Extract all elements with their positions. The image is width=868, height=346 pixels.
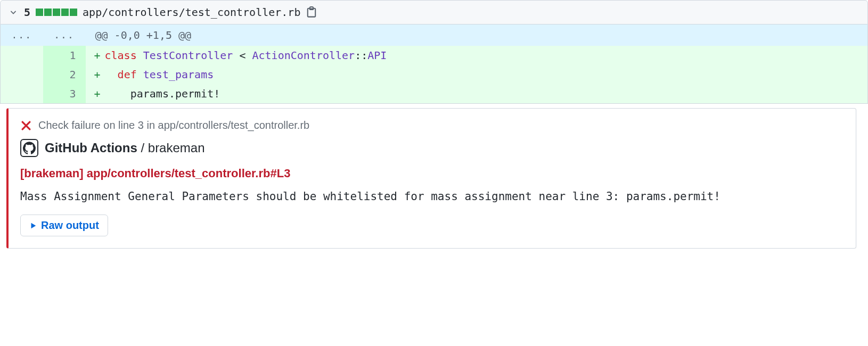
annotation-body: Mass Assignment General Parameters shoul… [20,190,844,203]
diffstat-block [36,9,43,16]
code-token [137,49,143,62]
code-token [105,68,118,81]
expand-hunk-button[interactable]: ... [1,24,43,46]
diff-line-added: 2+ def test_params [1,65,868,84]
expand-hunk-button[interactable]: ... [43,24,86,46]
x-icon [20,120,32,131]
code-token [105,87,130,100]
collapse-toggle[interactable] [8,7,19,18]
line-number-old[interactable] [1,84,43,104]
github-mark-icon [23,142,36,154]
raw-output-label: Raw output [41,219,99,232]
code-cell: + params.permit! [86,84,868,104]
code-token: TestController [143,49,233,62]
diff-line-added: 3+ params.permit! [1,84,868,104]
diff-line-added: 1+ class TestController < ActionControll… [1,46,868,65]
github-badge [20,139,38,157]
file-header: 5 app/controllers/test_controller.rb [0,0,868,24]
hunk-header-row: ......@@ -0,0 +1,5 @@ [1,24,868,46]
code-token: class [105,49,137,62]
line-number-old[interactable] [1,46,43,65]
annotation-summary: Check failure on line 3 in app/controlle… [38,119,309,131]
annotation-title: [brakeman] app/controllers/test_controll… [20,167,844,180]
chevron-down-icon [8,7,19,18]
addition-marker: + [86,48,105,63]
diffstat-block [44,9,52,16]
code-token: test_params [143,68,214,81]
code-token: < [233,49,252,62]
code-token: API [367,49,387,62]
diffstat-block [61,9,69,16]
code-token: ActionController [252,49,355,62]
addition-marker: + [86,86,105,101]
line-number-new[interactable]: 2 [43,65,86,84]
line-number-old[interactable] [1,65,43,84]
hunk-header-text: @@ -0,0 +1,5 @@ [86,24,868,46]
diffstat [36,9,77,16]
annotation-summary-row: Check failure on line 3 in app/controlle… [20,119,844,131]
diffstat-block [53,9,60,16]
addition-marker: + [86,67,105,82]
annotation-source: GitHub Actions / brakeman [45,141,205,155]
file-path-link[interactable]: app/controllers/test_controller.rb [83,6,300,19]
raw-output-button[interactable]: Raw output [20,215,108,236]
code-token: params.permit! [130,87,220,100]
code-token [137,68,143,81]
annotation-source-row: GitHub Actions / brakeman [20,139,844,157]
code-token: :: [355,49,367,62]
diffstat-block [70,9,77,16]
clipboard-icon [306,6,317,18]
annotation-source-sep: / [137,141,148,155]
code-token: def [118,68,137,81]
play-icon [29,222,37,229]
code-cell: + class TestController < ActionControlle… [86,46,868,65]
annotation-source-app: GitHub Actions [45,141,137,155]
copy-path-button[interactable] [306,6,317,18]
code-cell: + def test_params [86,65,868,84]
annotation-source-check: brakeman [148,141,205,155]
diff-table: ......@@ -0,0 +1,5 @@1+ class TestContro… [0,24,868,104]
change-count: 5 [24,6,30,19]
line-number-new[interactable]: 3 [43,84,86,104]
line-number-new[interactable]: 1 [43,46,86,65]
check-annotation: Check failure on line 3 in app/controlle… [6,108,856,249]
